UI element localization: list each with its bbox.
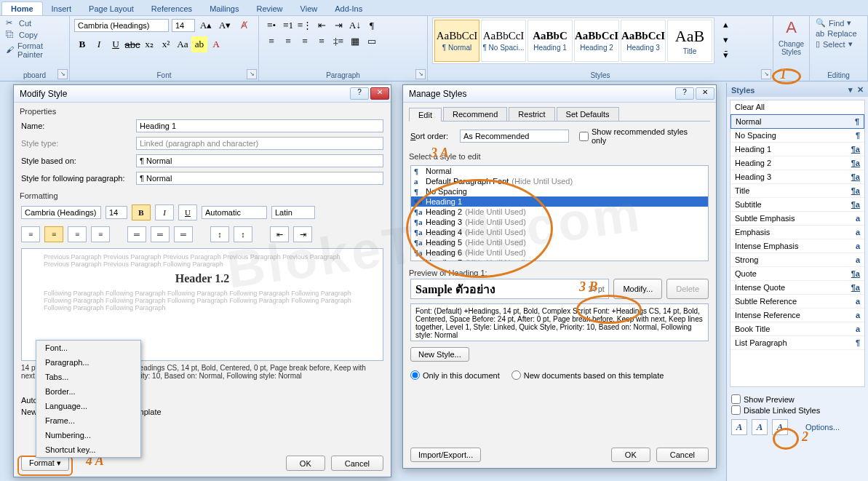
- menu-paragraph[interactable]: Paragraph...: [36, 355, 140, 370]
- fmt-script-dropdown[interactable]: Latin: [271, 206, 315, 219]
- align-left-toggle[interactable]: ≡: [21, 226, 40, 242]
- pane-style-row[interactable]: No Spacing¶: [730, 129, 864, 143]
- font-color-button[interactable]: A: [208, 36, 224, 52]
- tab-restrict[interactable]: Restrict: [509, 107, 554, 121]
- pane-style-row[interactable]: Heading 2¶a: [730, 156, 864, 170]
- style-list-row[interactable]: ¶aHeading 7 (Hide Until Used): [411, 258, 708, 261]
- indent-right-toggle[interactable]: ⇥: [293, 226, 312, 242]
- pane-style-row[interactable]: Subtle Referencea: [730, 295, 864, 309]
- menu-frame[interactable]: Frame...: [36, 413, 140, 428]
- clear-formatting-button[interactable]: Ⱥ: [236, 17, 252, 33]
- pane-style-row[interactable]: Heading 3¶a: [730, 170, 864, 184]
- style-normal[interactable]: AaBbCcI¶ Normal: [434, 20, 479, 62]
- pane-style-row[interactable]: Subtle Emphasisa: [730, 212, 864, 226]
- modify-ok-button[interactable]: OK: [286, 456, 325, 471]
- gallery-more-button[interactable]: ▾̄: [717, 48, 733, 63]
- numbering-button[interactable]: ≡1: [280, 17, 296, 33]
- show-marks-button[interactable]: ¶: [364, 17, 380, 33]
- copy-button[interactable]: ⿻Copy: [4, 29, 65, 41]
- pane-style-row[interactable]: Stronga: [730, 253, 864, 267]
- menu-font[interactable]: Font...: [36, 341, 140, 355]
- menu-border[interactable]: Border...: [36, 384, 140, 399]
- style-heading-3[interactable]: AaBbCcIHeading 3: [621, 20, 666, 62]
- tab-page-layout[interactable]: Page Layout: [80, 2, 143, 15]
- modify-style-titlebar[interactable]: Modify Style ? ✕: [14, 85, 391, 103]
- pane-style-row[interactable]: Quote¶a: [730, 267, 864, 281]
- styles-options-link[interactable]: Options...: [805, 423, 840, 432]
- style-heading-1[interactable]: AaBbCHeading 1: [527, 20, 573, 62]
- align-justify-toggle[interactable]: ≡: [91, 226, 110, 242]
- import-export-button[interactable]: Import/Export...: [410, 448, 481, 462]
- italic-button[interactable]: I: [91, 36, 107, 52]
- superscript-button[interactable]: x²: [158, 36, 174, 52]
- only-this-doc-radio[interactable]: Only in this document: [410, 370, 500, 380]
- align-center-toggle[interactable]: ≡: [44, 226, 63, 242]
- cut-button[interactable]: ✂Cut: [4, 17, 65, 29]
- indent-left-toggle[interactable]: ⇤: [270, 226, 289, 242]
- pane-style-row[interactable]: Emphasisa: [730, 226, 864, 239]
- gallery-up-button[interactable]: ▴: [717, 17, 733, 32]
- bold-button[interactable]: B: [74, 36, 90, 52]
- style-edit-list[interactable]: ¶NormalaDefault Paragraph Font (Hide Unt…: [410, 165, 709, 261]
- space-before-toggle[interactable]: ↕: [210, 226, 229, 242]
- manage-styles-button[interactable]: A: [772, 419, 788, 435]
- tab-references[interactable]: References: [143, 2, 201, 15]
- disable-linked-checkbox[interactable]: [731, 405, 741, 415]
- style-list-row[interactable]: ¶aHeading 2 (Hide Until Used): [411, 207, 708, 217]
- decrease-indent-button[interactable]: ⇤: [314, 17, 330, 33]
- pane-style-row[interactable]: Intense Quote¶a: [730, 281, 864, 295]
- style-list-row[interactable]: ¶aHeading 1: [411, 196, 708, 207]
- menu-language[interactable]: Language...: [36, 399, 140, 413]
- menu-tabs[interactable]: Tabs...: [36, 370, 140, 384]
- modify-cancel-button[interactable]: Cancel: [331, 456, 383, 471]
- highlight-button[interactable]: ab: [191, 36, 207, 52]
- style-inspector-button[interactable]: A: [752, 419, 768, 435]
- pane-style-row[interactable]: Heading 1¶a: [730, 143, 864, 156]
- sort-button[interactable]: A↓: [347, 17, 363, 33]
- menu-numbering[interactable]: Numbering...: [36, 428, 140, 442]
- paragraph-dialog-launcher[interactable]: ↘: [415, 69, 426, 79]
- fmt-underline-button[interactable]: U: [178, 204, 197, 220]
- justify-button[interactable]: ≡: [314, 33, 330, 49]
- bullets-button[interactable]: ≡•: [263, 17, 279, 33]
- tab-home[interactable]: Home: [1, 1, 43, 15]
- pane-style-row[interactable]: Book Titlea: [730, 322, 864, 336]
- style-list-row[interactable]: ¶No Spacing: [411, 186, 708, 196]
- font-size-dropdown[interactable]: 14: [172, 19, 195, 32]
- new-docs-radio[interactable]: New documents based on this template: [511, 370, 664, 380]
- change-styles-button[interactable]: A Change Styles: [778, 17, 805, 57]
- pane-style-row[interactable]: Title¶a: [730, 184, 864, 198]
- font-name-dropdown[interactable]: Cambria (Headings): [74, 19, 169, 32]
- tab-insert[interactable]: Insert: [43, 2, 81, 15]
- pane-style-row[interactable]: Intense Referencea: [730, 309, 864, 322]
- pane-style-row[interactable]: Subtitle¶a: [730, 198, 864, 212]
- help-button[interactable]: ?: [675, 87, 694, 100]
- new-style-button[interactable]: New Style...: [410, 347, 469, 362]
- tab-view[interactable]: View: [292, 2, 327, 15]
- styles-pane-list[interactable]: Clear All Normal¶No Spacing¶Heading 1¶aH…: [730, 100, 865, 387]
- pane-style-row[interactable]: List Paragraph¶: [730, 336, 864, 350]
- clipboard-dialog-launcher[interactable]: ↘: [57, 69, 68, 79]
- manage-ok-button[interactable]: OK: [611, 448, 650, 462]
- pane-close-icon[interactable]: ✕: [857, 85, 864, 95]
- based-on-select[interactable]: ¶ Normal: [136, 154, 383, 167]
- spacing-2-toggle[interactable]: ═: [174, 226, 193, 242]
- pane-dropdown-icon[interactable]: ▾: [848, 85, 853, 95]
- grow-font-button[interactable]: A▴: [198, 17, 214, 33]
- tab-recommend[interactable]: Recommend: [443, 107, 507, 121]
- show-recommended-checkbox[interactable]: [579, 132, 589, 141]
- pane-style-row[interactable]: Normal¶: [730, 114, 864, 129]
- tab-review[interactable]: Review: [247, 2, 291, 15]
- fmt-font-dropdown[interactable]: Cambria (Headings): [21, 206, 101, 219]
- tab-mailings[interactable]: Mailings: [201, 2, 247, 15]
- tab-set-defaults[interactable]: Set Defaults: [557, 107, 619, 121]
- fmt-bold-button[interactable]: B: [132, 204, 151, 220]
- font-dialog-launcher[interactable]: ↘: [247, 69, 257, 79]
- format-dropdown-button[interactable]: Format ▾: [21, 456, 69, 471]
- quick-styles-gallery[interactable]: AaBbCcI¶ Normal AaBbCcI¶ No Spaci... AaB…: [432, 17, 714, 64]
- change-case-button[interactable]: Aa: [175, 36, 191, 52]
- borders-button[interactable]: ▭: [364, 33, 380, 49]
- spacing-1-5-toggle[interactable]: ═: [151, 226, 170, 242]
- fmt-color-dropdown[interactable]: Automatic: [202, 206, 267, 219]
- align-right-button[interactable]: ≡: [297, 33, 313, 49]
